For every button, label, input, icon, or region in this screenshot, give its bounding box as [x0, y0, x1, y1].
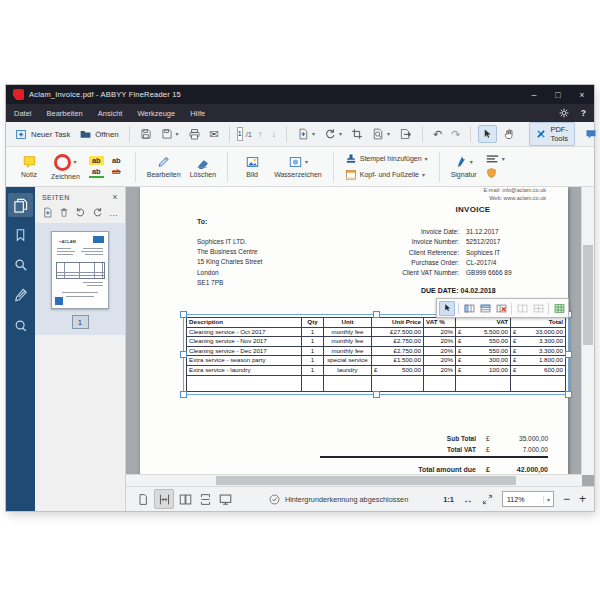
doc-invoice-title: INVOICE [440, 205, 506, 214]
invoice-table[interactable]: DescriptionQtyUnitUnit PriceVAT %VATTota… [183, 314, 569, 395]
security-button[interactable] [486, 167, 505, 179]
redaction-button[interactable]: ▾ [486, 154, 505, 163]
fit-width-button[interactable]: ↔ [463, 494, 473, 505]
menu-item-werkzeuge[interactable]: Werkzeuge [137, 109, 175, 118]
menu-item-hilfe[interactable]: Hilfe [190, 109, 205, 118]
rotate-left-icon[interactable] [75, 207, 86, 218]
undo-button[interactable]: ↶ [430, 126, 445, 143]
pages-panel-title: SEITEN [42, 194, 70, 201]
add-pages-button[interactable]: ▾ [294, 126, 318, 142]
edit-text-button[interactable]: Bearbeiten [147, 155, 181, 178]
redo-button[interactable]: ↷ [448, 126, 463, 143]
previous-page-button[interactable]: ↑ [255, 127, 266, 141]
merge-cells-icon[interactable] [515, 302, 529, 315]
help-icon[interactable]: ? [581, 108, 586, 118]
draw-button[interactable]: ▾ Zeichnen [51, 154, 80, 180]
field-value: Sophices IT [466, 248, 500, 258]
search-tab[interactable] [8, 253, 33, 277]
highlight-button[interactable]: ab [89, 156, 104, 165]
export-button[interactable] [396, 126, 415, 142]
confirm-table-icon[interactable] [552, 302, 566, 315]
pages-panel-tab[interactable] [8, 193, 33, 217]
insert-text-button[interactable]: ab [109, 156, 124, 165]
invoice-fields: Invoice Date:31.12.2017Invoice Number:52… [325, 227, 512, 278]
minimize-button[interactable]: – [522, 85, 546, 104]
table-cell: £2.750,00 [372, 347, 424, 357]
pages-panel-close-icon[interactable]: × [112, 192, 118, 202]
two-page-view-icon[interactable] [176, 490, 194, 508]
menu-item-ansicht[interactable]: Ansicht [98, 109, 123, 118]
fit-page-button[interactable] [482, 494, 493, 505]
add-page-icon[interactable] [42, 207, 53, 218]
vertical-scrollbar-thumb[interactable] [583, 245, 593, 345]
horizontal-scrollbar-thumb[interactable] [216, 476, 516, 485]
image-button[interactable]: Bild [239, 155, 265, 178]
doc-web: Web: www.aclam.co.uk [489, 195, 546, 201]
page-number-input[interactable]: 1 [237, 127, 243, 141]
strikethrough-button[interactable]: ab [109, 167, 124, 178]
table-cell: 1 [302, 328, 324, 338]
table-header-cell: Unit Price [372, 318, 424, 328]
horizontal-scrollbar[interactable] [126, 474, 582, 486]
close-button[interactable]: × [570, 85, 594, 104]
print-button[interactable] [185, 126, 204, 143]
bookmarks-tab[interactable] [8, 223, 33, 247]
delete-cells-icon[interactable] [494, 302, 508, 315]
signature-button[interactable]: ▾ Signatur [451, 155, 477, 178]
actual-size-button[interactable]: 1:1 [443, 495, 454, 504]
open-button[interactable]: Öffnen [76, 126, 121, 142]
table-cell: £3.300,00 [511, 337, 565, 347]
save-as-button[interactable]: ▾ [158, 126, 182, 142]
crop-button[interactable] [348, 126, 366, 142]
zoom-in-button[interactable]: + [579, 494, 586, 504]
add-column-icon[interactable] [462, 302, 476, 315]
add-stamp-button[interactable]: Stempel hinzufügen▾ [345, 153, 428, 165]
new-task-button[interactable]: Neuer Task [12, 126, 73, 143]
attachments-tab[interactable] [8, 283, 33, 307]
scrolling-view-icon[interactable] [196, 490, 214, 508]
select-tool-button[interactable] [478, 125, 497, 143]
eraser-icon [195, 155, 210, 169]
document-viewer[interactable]: E-mail: info@aclam.co.uk Web: www.aclam.… [126, 187, 594, 486]
shield-icon [486, 167, 497, 179]
watermark-button[interactable]: ▾ Wasserzeichen [274, 155, 322, 178]
new-task-icon [15, 128, 28, 141]
table-header-cell: Total [511, 318, 565, 328]
table-cell: £27.500,00 [372, 328, 424, 338]
menu-item-datei[interactable]: Datei [14, 109, 32, 118]
pdf-tools-button[interactable]: PDF-Tools [529, 122, 575, 146]
erase-button[interactable]: Löschen [190, 155, 216, 178]
digital-signature-tab[interactable] [8, 313, 33, 337]
table-cell: 1 [302, 356, 324, 366]
save-button[interactable] [137, 126, 155, 142]
rotate-button[interactable]: ▾ [321, 126, 345, 142]
comments-button[interactable]: 1 [582, 126, 600, 142]
settings-gear-icon[interactable] [559, 108, 569, 118]
preview-button[interactable]: ▾ [369, 126, 393, 142]
vertical-scrollbar[interactable] [581, 187, 594, 475]
email-button[interactable]: ✉ [207, 126, 222, 143]
total-label: Sub Total [398, 433, 476, 444]
menu-item-bearbeiten[interactable]: Bearbeiten [47, 109, 83, 118]
note-button[interactable]: Notiz [16, 155, 42, 178]
table-select-tool[interactable] [439, 301, 455, 316]
next-page-button[interactable]: ↓ [268, 127, 279, 141]
zoom-select[interactable]: 112% ▾ [502, 491, 554, 507]
maximize-button[interactable]: □ [546, 85, 570, 104]
split-cells-icon[interactable] [531, 302, 545, 315]
fit-width-view-icon[interactable] [154, 489, 174, 509]
pdf-ribbon: Notiz ▾ Zeichnen ab ab ab ab Bearbeiten … [6, 147, 594, 187]
hand-tool-button[interactable] [500, 126, 518, 142]
zoom-out-button[interactable]: − [563, 494, 570, 504]
page-thumbnail[interactable]: ⌁ACLAM [51, 231, 109, 309]
underline-button[interactable]: ab [89, 167, 104, 178]
table-cell: 20% [424, 328, 456, 338]
delete-page-icon[interactable] [59, 207, 69, 218]
abbyy-logo-icon [13, 89, 24, 100]
header-footer-button[interactable]: Kopf- und Fußzeile▾ [345, 169, 428, 181]
presentation-view-icon[interactable] [216, 490, 234, 508]
add-row-icon[interactable] [478, 302, 492, 315]
single-page-view-icon[interactable] [134, 490, 152, 508]
rotate-right-icon[interactable] [92, 207, 103, 218]
more-options-icon[interactable]: … [109, 211, 118, 215]
